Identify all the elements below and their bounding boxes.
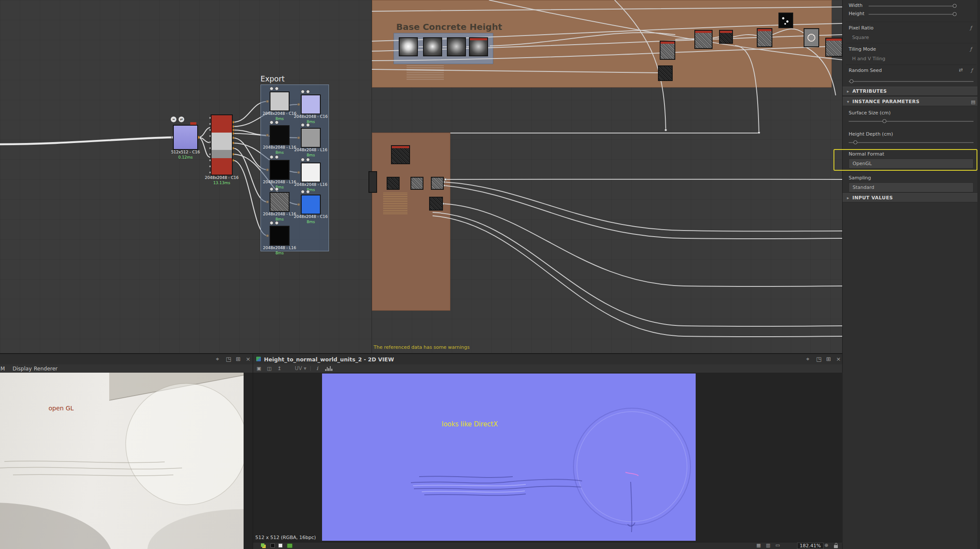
viewport-3d[interactable]: open GL bbox=[0, 373, 253, 549]
zoom-level[interactable]: 182.41% bbox=[797, 543, 824, 549]
menu-renderer[interactable]: Renderer bbox=[34, 366, 58, 372]
height-node[interactable] bbox=[447, 37, 466, 56]
background-material-button[interactable] bbox=[287, 543, 293, 548]
height-depth-knob[interactable] bbox=[853, 140, 857, 144]
annotation-open-gl: open GL bbox=[49, 405, 74, 412]
node-section-midgray bbox=[212, 150, 232, 158]
uv-dropdown[interactable]: UV ▾ bbox=[295, 365, 306, 371]
panel-options-icon[interactable]: ▤ bbox=[971, 99, 976, 105]
height-depth-slider[interactable] bbox=[849, 142, 973, 143]
pin-icon[interactable]: ⌖ bbox=[216, 356, 219, 362]
menu-item-truncated[interactable]: M bbox=[0, 366, 5, 372]
export-node[interactable]: 2048x2048 - C168ms bbox=[301, 94, 321, 114]
graph-node[interactable] bbox=[431, 177, 444, 190]
graph-node[interactable] bbox=[391, 145, 410, 164]
random-seed-knob[interactable] bbox=[850, 79, 853, 83]
export-node[interactable]: 2048x2048 - L168ms bbox=[270, 125, 290, 145]
graph-node-clipped[interactable] bbox=[368, 171, 377, 193]
ruler-icon[interactable]: ▭ bbox=[775, 543, 780, 549]
maximize-icon[interactable]: ⊞ bbox=[826, 356, 831, 362]
node-caption: 2048x2048 - C1613.13ms bbox=[205, 175, 239, 185]
function-icon[interactable]: ƒ bbox=[970, 25, 972, 31]
graph-node-source[interactable]: 512x512 - C160.12ms bbox=[173, 125, 198, 150]
width-slider-knob[interactable] bbox=[953, 4, 957, 8]
section-title: INPUT VALUES bbox=[852, 195, 893, 201]
tiling-mode-value[interactable]: H and V Tiling bbox=[852, 56, 885, 62]
height-label: Height bbox=[849, 11, 864, 16]
graph-node[interactable] bbox=[804, 28, 819, 47]
save-icon[interactable]: ▣ bbox=[257, 366, 261, 372]
export-node[interactable]: 2048x2048 - L168ms bbox=[301, 162, 321, 182]
image-status-text: 512 x 512 (RGBA, 16bpc) bbox=[255, 535, 316, 540]
export-node[interactable]: 2048x2048 - L168ms bbox=[270, 226, 290, 246]
shuffle-icon[interactable]: ⇄ bbox=[959, 67, 963, 73]
node-badge-list-icon[interactable]: ≡ bbox=[170, 116, 177, 123]
section-input-values[interactable]: ▸ INPUT VALUES bbox=[843, 193, 980, 202]
section-instance-parameters[interactable]: ▾ INSTANCE PARAMETERS ▤ bbox=[843, 97, 980, 106]
node-graph-canvas-middle[interactable]: Base Concrete Height bbox=[371, 0, 842, 353]
graph-node-converter[interactable]: 2048x2048 - C1613.13ms bbox=[211, 114, 233, 175]
graph-node[interactable] bbox=[660, 41, 675, 60]
export-node[interactable]: 2048x2048 - C168ms bbox=[301, 195, 321, 214]
background-black-swatch[interactable] bbox=[270, 543, 275, 548]
graph-node[interactable] bbox=[387, 177, 400, 190]
height-node[interactable] bbox=[399, 37, 418, 56]
height-node[interactable] bbox=[423, 37, 442, 56]
export-node[interactable]: 2048x2048 - L168ms bbox=[270, 160, 290, 180]
menu-display[interactable]: Display bbox=[13, 366, 32, 372]
lock-icon[interactable] bbox=[834, 545, 838, 548]
graph-node[interactable] bbox=[429, 197, 443, 211]
surface-size-knob[interactable] bbox=[882, 119, 886, 123]
graph-node[interactable] bbox=[694, 30, 713, 49]
graph-node[interactable] bbox=[757, 28, 772, 47]
pixel-ratio-value[interactable]: Square bbox=[852, 35, 869, 40]
node-mini-icon bbox=[275, 187, 279, 191]
layers-icon[interactable] bbox=[261, 543, 264, 547]
height-slider[interactable] bbox=[869, 14, 955, 15]
render-3d-image: open GL bbox=[0, 373, 244, 549]
pixel-ratio-label: Pixel Ratio bbox=[849, 25, 873, 31]
graph-node[interactable] bbox=[778, 13, 793, 28]
histogram-icon[interactable] bbox=[325, 366, 332, 371]
surface-size-slider[interactable] bbox=[849, 121, 973, 122]
comment-frame-left[interactable] bbox=[372, 133, 450, 311]
viewport-2d[interactable]: looks like DirectX 512 x 512 (RGBA, 16bp… bbox=[253, 373, 843, 543]
height-slider-knob[interactable] bbox=[953, 12, 957, 16]
grid-icon[interactable]: ▦ bbox=[756, 543, 761, 549]
function-icon[interactable]: ƒ bbox=[970, 46, 972, 52]
node-badge-swap-icon[interactable]: ⇄ bbox=[178, 116, 185, 123]
pin-icon[interactable]: ⌖ bbox=[806, 356, 809, 362]
function-icon[interactable]: ƒ bbox=[971, 68, 973, 73]
render-3d-shading bbox=[0, 373, 244, 549]
float-icon[interactable]: ◳ bbox=[816, 356, 821, 362]
maximize-icon[interactable]: ⊞ bbox=[236, 356, 241, 362]
tile-icon[interactable]: ▥ bbox=[766, 543, 770, 549]
graph-node[interactable] bbox=[410, 177, 423, 190]
random-seed-label: Random Seed bbox=[849, 68, 882, 73]
toolbar-divider bbox=[310, 366, 311, 371]
panel-scrollbar[interactable] bbox=[977, 0, 980, 549]
export-icon[interactable]: ↥ bbox=[277, 366, 281, 372]
float-icon[interactable]: ◳ bbox=[226, 356, 231, 362]
graph-warning-text: The referenced data has some warnings bbox=[374, 344, 469, 350]
close-icon[interactable]: × bbox=[246, 356, 251, 362]
background-white-swatch[interactable] bbox=[278, 543, 283, 548]
graph-node[interactable] bbox=[719, 30, 733, 44]
node-graph-canvas-left[interactable]: Export ≡ ⇄ 512x512 - C160.12ms 2048x2048… bbox=[0, 0, 371, 353]
sampling-dropdown[interactable]: Standard bbox=[849, 182, 973, 192]
section-title: ATTRIBUTES bbox=[852, 88, 887, 94]
export-node[interactable]: 2048x2048 - L168ms bbox=[301, 128, 321, 148]
width-slider[interactable] bbox=[869, 6, 955, 6]
graph-node-clipped[interactable] bbox=[825, 38, 843, 57]
info-icon[interactable]: i bbox=[316, 365, 318, 371]
height-node[interactable] bbox=[469, 37, 488, 56]
close-icon[interactable]: × bbox=[836, 356, 841, 362]
copy-icon[interactable]: ◫ bbox=[267, 366, 271, 372]
export-node[interactable]: 2048x2048 - C168ms bbox=[270, 91, 290, 111]
properties-panel: Width Height Pixel Ratio ƒ Square Tiling… bbox=[842, 0, 980, 549]
random-seed-slider[interactable] bbox=[849, 81, 973, 82]
zoom-plus-icon[interactable]: ⊕ bbox=[824, 543, 828, 549]
export-node[interactable]: 2048x2048 - L168ms bbox=[270, 192, 290, 212]
graph-node[interactable] bbox=[658, 65, 673, 81]
section-attributes[interactable]: ▸ ATTRIBUTES bbox=[843, 87, 980, 96]
